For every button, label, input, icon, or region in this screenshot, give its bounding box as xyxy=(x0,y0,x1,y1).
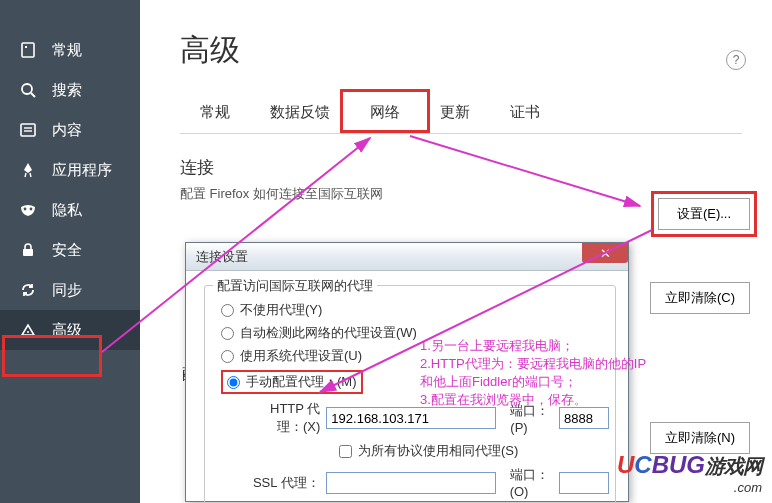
page-icon xyxy=(18,40,38,60)
tab-certificates[interactable]: 证书 xyxy=(490,95,560,133)
ssl-port-input[interactable] xyxy=(559,472,609,494)
http-port-input[interactable] xyxy=(559,407,609,429)
group-title: 配置访问国际互联网的代理 xyxy=(213,277,377,295)
advanced-icon xyxy=(18,320,38,340)
sidebar: 常规 搜索 内容 应用程序 隐私 安全 同步 高级 xyxy=(0,0,140,503)
ssl-port-label: 端口：(O) xyxy=(510,466,555,499)
connection-settings-dialog: 连接设置 ✕ 配置访问国际互联网的代理 不使用代理(Y) 自动检测此网络的代理设… xyxy=(185,242,629,502)
settings-button-wrap: 设置(E)... xyxy=(658,198,750,230)
sidebar-label: 高级 xyxy=(52,321,82,340)
sidebar-item-search[interactable]: 搜索 xyxy=(0,70,140,110)
page-title: 高级 xyxy=(180,30,742,71)
radio-input[interactable] xyxy=(221,304,234,317)
lock-icon xyxy=(18,240,38,260)
sidebar-label: 同步 xyxy=(52,281,82,300)
rocket-icon xyxy=(18,160,38,180)
clear-button-1-wrap: 立即清除(C) xyxy=(650,282,750,314)
search-icon xyxy=(18,80,38,100)
dialog-titlebar: 连接设置 ✕ xyxy=(186,243,628,271)
radio-auto-detect[interactable]: 自动检测此网络的代理设置(W) xyxy=(221,324,609,342)
svg-rect-4 xyxy=(21,124,35,136)
sidebar-item-privacy[interactable]: 隐私 xyxy=(0,190,140,230)
svg-point-2 xyxy=(22,84,32,94)
radio-input[interactable] xyxy=(221,350,234,363)
svg-rect-9 xyxy=(23,249,33,256)
clear-button-2-wrap: 立即清除(N) xyxy=(650,422,750,454)
dialog-title: 连接设置 xyxy=(196,248,248,266)
radio-input[interactable] xyxy=(221,327,234,340)
section-heading: 连接 xyxy=(180,156,742,179)
tab-general[interactable]: 常规 xyxy=(180,95,250,133)
radio-label: 手动配置代理：(M) xyxy=(246,373,357,391)
radio-no-proxy[interactable]: 不使用代理(Y) xyxy=(221,301,609,319)
highlight-box: 手动配置代理：(M) xyxy=(221,370,363,394)
radio-label: 不使用代理(Y) xyxy=(240,301,322,319)
clear-button-1[interactable]: 立即清除(C) xyxy=(650,282,750,314)
ssl-proxy-input[interactable] xyxy=(326,472,496,494)
clear-button-2[interactable]: 立即清除(N) xyxy=(650,422,750,454)
svg-rect-1 xyxy=(25,46,27,48)
sync-icon xyxy=(18,280,38,300)
sidebar-item-general[interactable]: 常规 xyxy=(0,30,140,70)
ssl-proxy-row: SSL 代理： 端口：(O) xyxy=(249,466,609,499)
tab-update[interactable]: 更新 xyxy=(420,95,490,133)
tab-feedback[interactable]: 数据反馈 xyxy=(250,95,350,133)
dialog-body: 配置访问国际互联网的代理 不使用代理(Y) 自动检测此网络的代理设置(W) 使用… xyxy=(186,271,628,503)
sidebar-label: 内容 xyxy=(52,121,82,140)
sidebar-item-content[interactable]: 内容 xyxy=(0,110,140,150)
tabs: 常规 数据反馈 网络 更新 证书 xyxy=(180,95,742,134)
content-icon xyxy=(18,120,38,140)
sidebar-item-advanced[interactable]: 高级 xyxy=(0,310,140,350)
close-icon: ✕ xyxy=(600,246,611,261)
http-port-label: 端口：(P) xyxy=(510,402,555,435)
sidebar-label: 安全 xyxy=(52,241,82,260)
sidebar-item-applications[interactable]: 应用程序 xyxy=(0,150,140,190)
button-label: 设置(E)... xyxy=(677,206,731,221)
radio-label: 使用系统代理设置(U) xyxy=(240,347,362,365)
close-button[interactable]: ✕ xyxy=(582,243,628,263)
svg-line-3 xyxy=(31,93,35,97)
sidebar-item-sync[interactable]: 同步 xyxy=(0,270,140,310)
sidebar-label: 常规 xyxy=(52,41,82,60)
proxy-group: 配置访问国际互联网的代理 不使用代理(Y) 自动检测此网络的代理设置(W) 使用… xyxy=(204,285,616,503)
checkbox-label: 为所有协议使用相同代理(S) xyxy=(358,442,518,460)
tab-label: 网络 xyxy=(370,103,400,120)
settings-button[interactable]: 设置(E)... xyxy=(658,198,750,230)
sidebar-item-security[interactable]: 安全 xyxy=(0,230,140,270)
svg-rect-0 xyxy=(22,43,34,57)
svg-point-8 xyxy=(30,208,33,211)
svg-point-10 xyxy=(27,331,29,333)
help-icon[interactable]: ? xyxy=(726,50,746,70)
radio-manual-proxy[interactable] xyxy=(227,376,240,389)
http-proxy-row: HTTP 代理：(X) 端口：(P) xyxy=(249,400,609,436)
svg-point-7 xyxy=(24,208,27,211)
tab-network[interactable]: 网络 xyxy=(350,95,420,133)
ssl-proxy-label: SSL 代理： xyxy=(249,474,320,492)
same-proxy-checkbox[interactable] xyxy=(339,445,352,458)
radio-manual-proxy-wrap: 手动配置代理：(M) xyxy=(221,370,609,394)
http-proxy-label: HTTP 代理：(X) xyxy=(249,400,320,436)
radio-label: 自动检测此网络的代理设置(W) xyxy=(240,324,417,342)
radio-system-proxy[interactable]: 使用系统代理设置(U) xyxy=(221,347,609,365)
sidebar-label: 应用程序 xyxy=(52,161,112,180)
sidebar-label: 隐私 xyxy=(52,201,82,220)
http-proxy-input[interactable] xyxy=(326,407,496,429)
sidebar-label: 搜索 xyxy=(52,81,82,100)
same-proxy-checkbox-row[interactable]: 为所有协议使用相同代理(S) xyxy=(339,442,609,460)
mask-icon xyxy=(18,200,38,220)
